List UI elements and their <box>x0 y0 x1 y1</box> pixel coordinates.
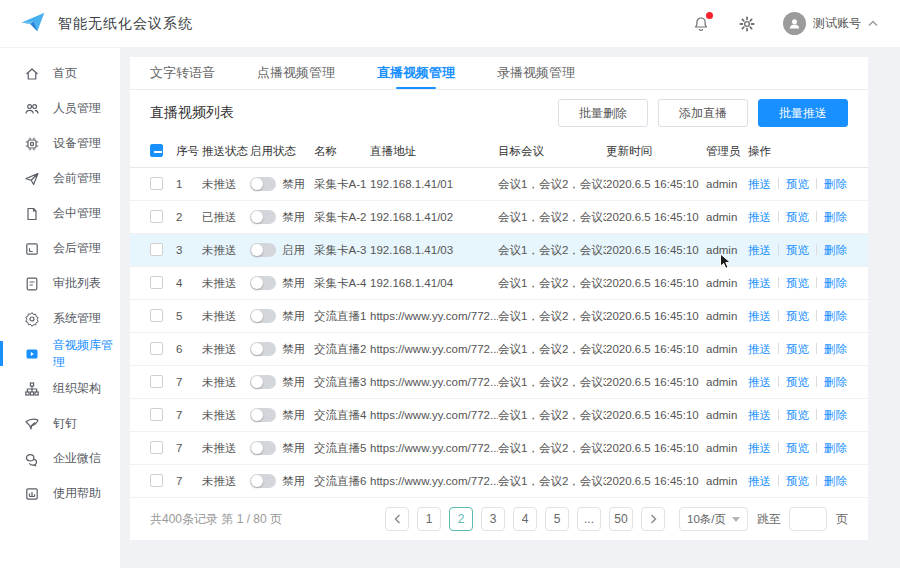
sidebar-item-devices[interactable]: 设备管理 <box>0 126 120 161</box>
row-target-meetings: 会议1，会议2，会议3 <box>498 177 606 192</box>
delete-link[interactable]: 删除 <box>824 310 847 322</box>
preview-link[interactable]: 预览 <box>786 211 809 223</box>
enable-toggle[interactable] <box>250 177 276 191</box>
sidebar-item-home[interactable]: 首页 <box>0 56 120 91</box>
enable-toggle[interactable] <box>250 309 276 323</box>
row-admin: admin <box>706 475 748 487</box>
enable-toggle[interactable] <box>250 276 276 290</box>
sidebar-item-dingtalk[interactable]: 钉钉 <box>0 406 120 441</box>
tab-text-to-speech[interactable]: 文字转语音 <box>150 57 215 89</box>
notification-bell-icon[interactable] <box>691 14 711 34</box>
sidebar-item-pre-meeting[interactable]: 会前管理 <box>0 161 120 196</box>
sidebar-item-approval-list[interactable]: 审批列表 <box>0 266 120 301</box>
row-checkbox[interactable] <box>150 474 163 487</box>
sidebar-item-personnel[interactable]: 人员管理 <box>0 91 120 126</box>
row-checkbox[interactable] <box>150 408 163 421</box>
sidebar-item-post-meeting[interactable]: 会后管理 <box>0 231 120 266</box>
push-link[interactable]: 推送 <box>748 244 771 256</box>
preview-link[interactable]: 预览 <box>786 244 809 256</box>
row-checkbox[interactable] <box>150 243 163 256</box>
delete-link[interactable]: 删除 <box>824 409 847 421</box>
sidebar-item-help[interactable]: 使用帮助 <box>0 476 120 511</box>
sidebar-item-in-meeting[interactable]: 会中管理 <box>0 196 120 231</box>
delete-link[interactable]: 删除 <box>824 244 847 256</box>
push-link[interactable]: 推送 <box>748 376 771 388</box>
enable-toggle[interactable] <box>250 474 276 488</box>
row-checkbox[interactable] <box>150 441 163 454</box>
enable-toggle[interactable] <box>250 375 276 389</box>
row-live-address: https://www.yy.com/772... <box>370 442 498 454</box>
table-row: 6 未推送 禁用 交流直播2 https://www.yy.com/772...… <box>130 333 868 366</box>
batch-delete-button[interactable]: 批量删除 <box>558 99 648 127</box>
preview-link[interactable]: 预览 <box>786 310 809 322</box>
prev-page-button[interactable] <box>385 507 409 531</box>
sidebar-item-wechat-work[interactable]: 企业微信 <box>0 441 120 476</box>
push-link[interactable]: 推送 <box>748 475 771 487</box>
push-link[interactable]: 推送 <box>748 442 771 454</box>
push-link[interactable]: 推送 <box>748 343 771 355</box>
delete-link[interactable]: 删除 <box>824 475 847 487</box>
sidebar-item-org-structure[interactable]: 组织架构 <box>0 371 120 406</box>
preview-link[interactable]: 预览 <box>786 376 809 388</box>
next-page-button[interactable] <box>641 507 665 531</box>
enable-toggle[interactable] <box>250 210 276 224</box>
settings-gear-icon[interactable] <box>737 14 757 34</box>
page-button[interactable]: 2 <box>449 507 473 531</box>
sidebar-item-media-library[interactable]: 音视频库管理 <box>0 336 120 371</box>
delete-link[interactable]: 删除 <box>824 277 847 289</box>
page-button[interactable]: 4 <box>513 507 537 531</box>
preview-link[interactable]: 预览 <box>786 343 809 355</box>
tab-vod-management[interactable]: 点播视频管理 <box>257 57 335 89</box>
page-button[interactable]: 1 <box>417 507 441 531</box>
preview-link[interactable]: 预览 <box>786 277 809 289</box>
tab-recorded-management[interactable]: 录播视频管理 <box>497 57 575 89</box>
page-button[interactable]: 3 <box>481 507 505 531</box>
push-link[interactable]: 推送 <box>748 178 771 190</box>
enable-toggle[interactable] <box>250 342 276 356</box>
row-checkbox[interactable] <box>150 210 163 223</box>
row-push-status: 未推送 <box>202 243 250 258</box>
sidebar-item-label: 音视频库管理 <box>53 337 120 371</box>
enable-toggle[interactable] <box>250 408 276 422</box>
tab-live-management[interactable]: 直播视频管理 <box>377 57 455 89</box>
delete-link[interactable]: 删除 <box>824 442 847 454</box>
row-checkbox[interactable] <box>150 375 163 388</box>
add-live-button[interactable]: 添加直播 <box>658 99 748 127</box>
divider <box>778 442 779 453</box>
batch-push-button[interactable]: 批量推送 <box>758 99 848 127</box>
delete-link[interactable]: 删除 <box>824 343 847 355</box>
enable-toggle[interactable] <box>250 243 276 257</box>
row-checkbox[interactable] <box>150 276 163 289</box>
sidebar-item-system[interactable]: 系统管理 <box>0 301 120 336</box>
delete-link[interactable]: 删除 <box>824 376 847 388</box>
preview-link[interactable]: 预览 <box>786 475 809 487</box>
preview-link[interactable]: 预览 <box>786 178 809 190</box>
sidebar: 首页 人员管理 设备管理 会前管理 会中管理 会后管理 审批列表 系统管理 <box>0 48 120 568</box>
account-menu[interactable]: 测试账号 <box>783 12 878 35</box>
select-all-checkbox[interactable] <box>150 144 163 157</box>
divider <box>778 343 779 354</box>
page-button[interactable]: 5 <box>545 507 569 531</box>
preview-link[interactable]: 预览 <box>786 409 809 421</box>
pagination: 共400条记录 第 1 / 80 页 12345...50 10条/页 <box>150 498 848 540</box>
page-button[interactable]: ... <box>577 507 601 531</box>
enable-toggle[interactable] <box>250 441 276 455</box>
row-target-meetings: 会议1，会议2，会议3 <box>498 375 606 390</box>
delete-link[interactable]: 删除 <box>824 211 847 223</box>
push-link[interactable]: 推送 <box>748 211 771 223</box>
push-link[interactable]: 推送 <box>748 409 771 421</box>
delete-link[interactable]: 删除 <box>824 178 847 190</box>
push-link[interactable]: 推送 <box>748 277 771 289</box>
page-list: 12345...50 <box>409 507 633 531</box>
page-size-select[interactable]: 10条/页 <box>679 507 748 531</box>
row-checkbox[interactable] <box>150 177 163 190</box>
preview-link[interactable]: 预览 <box>786 442 809 454</box>
row-checkbox[interactable] <box>150 342 163 355</box>
enable-toggle-label: 禁用 <box>282 441 305 456</box>
page-button[interactable]: 50 <box>609 507 633 531</box>
row-updated-time: 2020.6.5 16:45:10 <box>606 442 706 454</box>
row-target-meetings: 会议1，会议2，会议3 <box>498 210 606 225</box>
push-link[interactable]: 推送 <box>748 310 771 322</box>
jump-page-input[interactable] <box>789 507 827 531</box>
row-checkbox[interactable] <box>150 309 163 322</box>
